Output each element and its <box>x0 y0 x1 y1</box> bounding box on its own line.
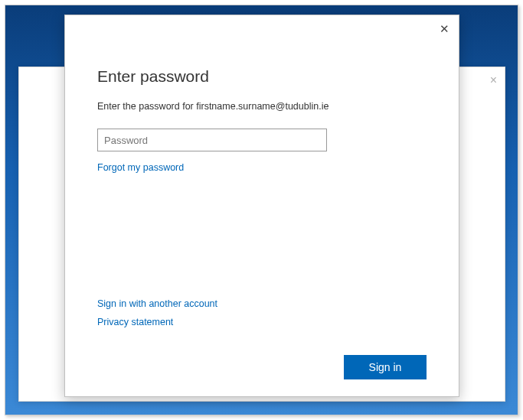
dialog-subtitle: Enter the password for firstname.surname… <box>97 101 427 112</box>
password-dialog: ✕ Enter password Enter the password for … <box>64 15 459 397</box>
signin-button[interactable]: Sign in <box>344 355 427 379</box>
close-icon[interactable]: ✕ <box>440 23 449 34</box>
outer-frame: × ✕ Enter password Enter the password fo… <box>5 5 518 415</box>
forgot-password-link[interactable]: Forgot my password <box>97 162 184 173</box>
privacy-statement-link[interactable]: Privacy statement <box>97 317 173 327</box>
dialog-content: Enter password Enter the password for fi… <box>65 15 459 355</box>
background-close-icon[interactable]: × <box>490 73 497 87</box>
dialog-button-row: Sign in <box>65 355 459 396</box>
dialog-title: Enter password <box>97 67 427 86</box>
another-account-link[interactable]: Sign in with another account <box>97 298 217 309</box>
password-input-wrap <box>97 129 327 162</box>
bottom-links: Sign in with another account Privacy sta… <box>97 298 427 340</box>
password-input[interactable] <box>97 129 327 151</box>
